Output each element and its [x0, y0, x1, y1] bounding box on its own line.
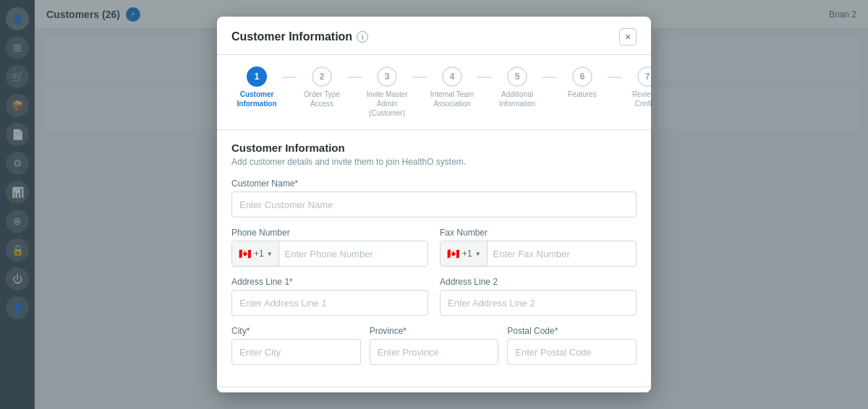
step-label-3: Invite MasterAdmin (Customer)	[362, 90, 412, 118]
phone-prefix-chevron: ▼	[267, 251, 273, 257]
phone-fax-row: Phone Number 🇨🇦 +1 ▼ Fax Number	[231, 228, 637, 277]
address-line2-group: Address Line 2	[440, 277, 637, 316]
address-line2-input[interactable]	[440, 290, 637, 316]
customer-information-modal: Customer Information i × 1 CustomerInfor…	[217, 17, 651, 392]
customer-name-input[interactable]	[231, 191, 637, 218]
fax-input-container: 🇨🇦 +1 ▼	[440, 241, 637, 267]
step-6[interactable]: 6 Features	[557, 66, 608, 99]
customer-name-group: Customer Name*	[231, 178, 637, 218]
step-4[interactable]: 4 Internal TeamAssociation	[427, 66, 477, 108]
info-icon[interactable]: i	[357, 31, 368, 43]
step-1[interactable]: 1 CustomerInformation	[231, 66, 282, 108]
step-connector-3	[412, 77, 427, 78]
step-5[interactable]: 5 AdditionalInformation	[492, 66, 542, 108]
province-label: Province*	[370, 326, 499, 336]
step-label-5: AdditionalInformation	[499, 90, 535, 108]
stepper: 1 CustomerInformation 2 Order Type Acces…	[217, 55, 651, 130]
canada-flag: 🇨🇦	[238, 249, 251, 258]
phone-country-code: +1	[254, 249, 264, 259]
fax-country-code: +1	[462, 249, 472, 259]
step-circle-4: 4	[442, 66, 462, 87]
section-title: Customer Information	[231, 142, 637, 154]
step-circle-7: 7	[637, 66, 651, 87]
step-circle-5: 5	[507, 66, 527, 87]
address-line2-label: Address Line 2	[440, 277, 637, 287]
step-2[interactable]: 2 Order Type Access	[297, 66, 347, 108]
step-circle-6: 6	[572, 66, 592, 87]
address-row: Address Line 1* Address Line 2	[231, 277, 637, 326]
fax-number-input[interactable]	[488, 249, 636, 259]
fax-prefix-chevron: ▼	[475, 251, 481, 257]
step-connector-1	[282, 77, 297, 78]
province-group: Province*	[370, 326, 499, 365]
postal-code-input[interactable]	[507, 339, 637, 365]
fax-number-group: Fax Number 🇨🇦 +1 ▼	[440, 228, 637, 267]
province-input[interactable]	[370, 339, 499, 365]
section-description: Add customer details and invite them to …	[231, 157, 637, 167]
address-line1-label: Address Line 1*	[231, 277, 428, 287]
step-label-1: CustomerInformation	[237, 90, 277, 108]
modal-footer: CANCEL NEXT	[217, 387, 651, 392]
phone-number-label: Phone Number	[231, 228, 428, 238]
fax-number-label: Fax Number	[440, 228, 637, 238]
customer-name-label: Customer Name*	[231, 178, 637, 189]
modal-header: Customer Information i ×	[217, 17, 651, 55]
step-3[interactable]: 3 Invite MasterAdmin (Customer)	[362, 66, 412, 118]
city-group: City*	[231, 326, 361, 365]
step-connector-5	[542, 77, 557, 78]
postal-code-group: Postal Code*	[507, 326, 637, 365]
address-line1-input[interactable]	[231, 290, 428, 316]
phone-number-input[interactable]	[279, 249, 427, 259]
phone-input-container: 🇨🇦 +1 ▼	[231, 241, 428, 267]
step-circle-3: 3	[377, 66, 397, 87]
modal-body: Customer Information Add customer detail…	[217, 130, 651, 387]
step-label-4: Internal TeamAssociation	[430, 90, 474, 108]
address-line1-group: Address Line 1*	[231, 277, 428, 316]
step-7[interactable]: 7 Review & Confirm	[622, 66, 651, 108]
step-label-7: Review & Confirm	[622, 90, 651, 108]
modal-overlay: Customer Information i × 1 CustomerInfor…	[0, 0, 868, 409]
step-circle-2: 2	[312, 66, 332, 87]
fax-prefix-selector[interactable]: 🇨🇦 +1 ▼	[441, 241, 488, 266]
phone-prefix-selector[interactable]: 🇨🇦 +1 ▼	[232, 241, 279, 266]
step-connector-2	[347, 77, 362, 78]
step-connector-6	[608, 77, 622, 78]
postal-code-label: Postal Code*	[507, 326, 637, 336]
phone-number-group: Phone Number 🇨🇦 +1 ▼	[231, 228, 428, 267]
step-connector-4	[477, 77, 492, 78]
modal-title: Customer Information i	[231, 30, 368, 43]
close-button[interactable]: ×	[619, 28, 637, 46]
step-label-2: Order Type Access	[297, 90, 347, 108]
step-circle-1: 1	[247, 66, 267, 87]
city-label: City*	[231, 326, 361, 336]
city-input[interactable]	[231, 339, 361, 365]
city-province-postal-row: City* Province* Postal Code*	[231, 326, 637, 375]
step-label-6: Features	[568, 90, 596, 99]
fax-canada-flag: 🇨🇦	[446, 249, 459, 258]
